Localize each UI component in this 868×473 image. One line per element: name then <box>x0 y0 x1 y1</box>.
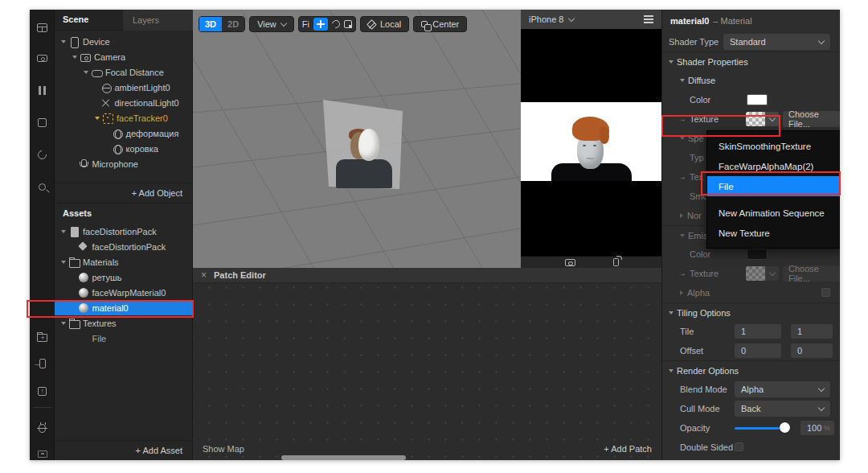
offset-y-input[interactable]: 0 <box>791 343 833 358</box>
viewport-3d[interactable]: 3D 2D View Fi Local Center <box>193 10 521 268</box>
layout-icon[interactable] <box>30 14 55 40</box>
simulator-menu-icon[interactable] <box>644 15 653 17</box>
emission-color-swatch[interactable] <box>747 249 768 260</box>
scene-item-camera[interactable]: Camera <box>55 49 192 64</box>
diffuse-color-swatch[interactable] <box>747 94 768 105</box>
scene-item-korovka[interactable]: коровка <box>55 141 192 156</box>
pause-icon[interactable] <box>30 77 55 103</box>
rotate-tool-icon[interactable] <box>330 19 342 30</box>
add-folder-icon[interactable] <box>30 325 55 351</box>
scale-tool-icon[interactable] <box>344 20 352 28</box>
double-sided-checkbox[interactable] <box>735 442 743 451</box>
add-asset-button[interactable]: + Add Asset <box>55 440 192 460</box>
tile-x-input[interactable]: 1 <box>735 324 781 339</box>
stop-icon[interactable] <box>30 109 55 135</box>
opacity-slider[interactable] <box>735 427 786 430</box>
diffuse-choose-file-button[interactable]: Choose File... <box>783 111 840 127</box>
center-button[interactable]: Center <box>413 16 467 32</box>
opacity-slider-thumb[interactable] <box>780 422 790 433</box>
opacity-value-input[interactable]: 100% <box>800 421 834 435</box>
scene-item-ambientlight0[interactable]: ambientLight0 <box>55 80 192 95</box>
render-options-section[interactable]: Render Options <box>662 360 840 380</box>
asset-material-facewarpmaterial0[interactable]: faceWarpMaterial0 <box>55 285 192 300</box>
device-icon <box>69 37 79 47</box>
scene-item-microphone[interactable]: Microphone <box>55 156 192 171</box>
chevron-down-icon <box>280 19 287 26</box>
annotation-file-menu-item <box>701 171 841 195</box>
simulator-header: iPhone 8 <box>521 10 661 29</box>
publish-icon[interactable] <box>30 378 55 404</box>
show-map-button[interactable]: Show Map <box>203 444 244 454</box>
shader-properties-section[interactable]: Shader Properties <box>662 51 840 71</box>
annotation-material0 <box>27 300 194 318</box>
focal-distance-icon <box>92 68 101 77</box>
restart-icon[interactable] <box>30 142 55 167</box>
chevron-down-icon <box>818 385 825 391</box>
tile-y-input[interactable]: 1 <box>791 324 833 339</box>
flip-camera-icon[interactable] <box>565 259 575 266</box>
scene-item-facetracker0[interactable]: faceTracker0 <box>55 110 192 125</box>
patch-editor-header: Patch Editor <box>193 268 661 283</box>
close-icon[interactable] <box>201 269 207 281</box>
alpha-checkbox[interactable] <box>821 288 830 297</box>
search-icon[interactable] <box>30 174 55 199</box>
mesh-icon <box>113 144 122 154</box>
scene-item-focal-distance[interactable]: Focal Distance <box>55 64 192 80</box>
menu-item-new-animation-sequence[interactable]: New Animation Sequence <box>707 203 840 223</box>
face-tracker-icon <box>103 113 113 123</box>
spark-ar-studio-window: Scene Layers Device Camera Focal Distanc… <box>0 0 868 473</box>
camera-view-icon[interactable] <box>30 45 55 71</box>
asset-facedistortionpack-block[interactable]: faceDistortionPack <box>55 239 192 254</box>
mode-2d-button[interactable]: 2D <box>222 17 244 31</box>
add-object-button[interactable]: + Add Object <box>55 183 192 203</box>
patch-connection-icon <box>677 171 687 182</box>
send-to-device-icon[interactable] <box>30 351 55 376</box>
asset-material-retouch[interactable]: ретушь <box>55 269 192 285</box>
tab-scene[interactable]: Scene <box>63 14 88 24</box>
blend-mode-dropdown[interactable]: Alpha <box>735 381 830 397</box>
asset-texture-file[interactable]: File <box>55 331 192 346</box>
move-tool-icon[interactable] <box>313 18 328 31</box>
local-axis-icon <box>366 19 377 30</box>
local-button[interactable]: Local <box>360 16 409 32</box>
chevron-down-icon <box>818 37 825 43</box>
fit-button[interactable]: Fi <box>302 19 309 29</box>
emission-choose-file-button[interactable]: Choose File... <box>783 265 840 282</box>
device-selector[interactable]: iPhone 8 <box>529 14 563 24</box>
offset-x-input[interactable]: 0 <box>735 343 781 358</box>
asset-facedistortionpack-file[interactable]: faceDistortionPack <box>55 224 192 239</box>
emission-texture-dropdown[interactable] <box>746 266 779 281</box>
diffuse-section[interactable]: Diffuse <box>662 71 840 90</box>
offset-row: Offset 0 0 <box>662 341 840 360</box>
shader-type-dropdown[interactable]: Standard <box>723 34 830 50</box>
folder-icon <box>69 319 79 328</box>
menu-item-skinsmoothingtexture[interactable]: SkinSmoothingTexture <box>707 136 840 156</box>
ambient-light-icon <box>101 83 111 93</box>
double-sided-row: Double Sided <box>662 438 840 457</box>
microphone-icon <box>79 159 88 169</box>
transform-tools: Fi <box>298 16 356 32</box>
mode-3d-button[interactable]: 3D <box>199 17 222 31</box>
asset-folder-materials[interactable]: Materials <box>55 254 192 269</box>
view-dropdown[interactable]: View <box>249 16 294 32</box>
tab-layers[interactable]: Layers <box>123 10 193 31</box>
tiling-options-section[interactable]: Tiling Options <box>662 302 840 322</box>
simulator-controls <box>521 256 661 268</box>
cull-mode-dropdown[interactable]: Back <box>735 401 830 417</box>
blend-mode-row: Blend Mode Alpha <box>662 380 840 399</box>
menu-item-new-texture[interactable]: New Texture <box>707 223 840 243</box>
viewport-face-mesh <box>358 129 379 161</box>
rotate-device-icon[interactable] <box>613 258 619 266</box>
simulator-panel: iPhone 8 <box>521 10 661 268</box>
mesh-icon <box>113 129 122 138</box>
horizontal-scrollbar[interactable] <box>281 455 406 460</box>
test-device-icon[interactable] <box>30 415 55 441</box>
diffuse-color-row: Color <box>662 90 840 109</box>
alpha-section[interactable]: Alpha <box>662 283 840 302</box>
scene-item-directionallight0[interactable]: directionalLight0 <box>55 95 192 110</box>
screen-capture-icon[interactable] <box>30 441 55 460</box>
scene-item-device[interactable]: Device <box>55 34 192 49</box>
scene-item-deformacia[interactable]: деформация <box>55 125 192 141</box>
patch-editor[interactable]: Patch Editor Show Map + Add Patch <box>193 268 661 460</box>
add-patch-button[interactable]: + Add Patch <box>604 444 652 454</box>
